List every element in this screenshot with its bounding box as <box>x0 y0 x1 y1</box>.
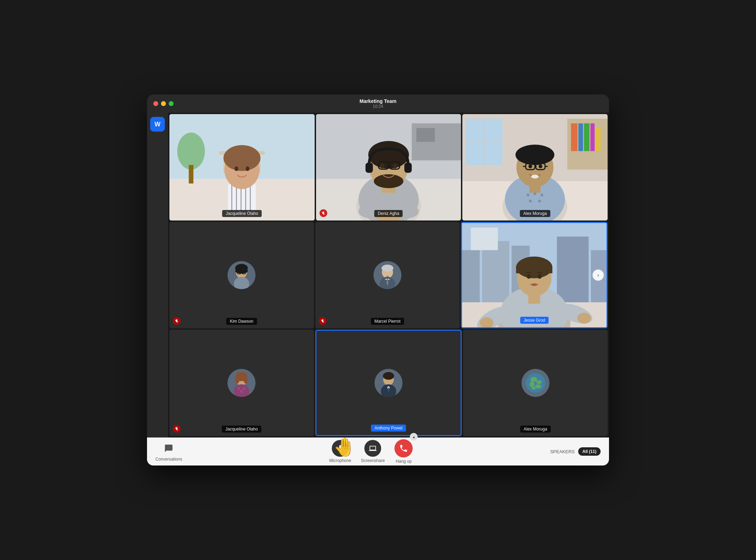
svg-rect-90 <box>482 241 510 304</box>
conversations-label: Conversations <box>155 457 182 462</box>
svg-rect-117 <box>243 387 246 390</box>
maximize-button[interactable] <box>169 101 174 106</box>
hangup-icon <box>394 439 413 457</box>
chat-icon <box>162 441 176 455</box>
svg-point-62 <box>516 145 554 165</box>
video-cell-deniz[interactable]: Deniz Agha <box>316 114 461 220</box>
scroll-up-button[interactable]: ▲ <box>410 433 418 441</box>
svg-point-58 <box>529 200 532 203</box>
svg-point-59 <box>538 200 541 203</box>
app-icon[interactable]: W <box>150 117 165 132</box>
svg-rect-40 <box>365 163 373 173</box>
mute-icon-jacqueline2 <box>173 425 181 433</box>
bottom-center-controls: ▲ Microphone 🤚 <box>329 439 413 464</box>
svg-point-15 <box>223 145 260 171</box>
participant-name-deniz: Deniz Agha <box>374 210 402 217</box>
svg-point-18 <box>234 172 239 175</box>
video-cell-anthony[interactable]: Anthony Powel <box>315 330 462 436</box>
video-cell-alex2[interactable]: Alex Moruga <box>463 330 608 436</box>
svg-point-81 <box>382 265 393 272</box>
mute-icon-marcel <box>319 317 327 325</box>
conversations-button[interactable]: Conversations <box>155 441 182 462</box>
participant-name-jesse: Jesse Grod <box>520 317 548 324</box>
avatar-marcel <box>373 261 401 289</box>
svg-rect-49 <box>584 123 590 151</box>
sidebar: W <box>147 113 168 438</box>
svg-rect-94 <box>471 227 498 250</box>
svg-rect-105 <box>516 266 553 273</box>
svg-rect-115 <box>237 387 240 390</box>
svg-point-17 <box>246 166 250 171</box>
video-cell-jesse[interactable]: › Jesse Grod <box>461 222 608 328</box>
microphone-button[interactable]: Microphone <box>329 440 351 463</box>
svg-point-128 <box>530 382 534 387</box>
svg-point-2 <box>177 133 205 170</box>
svg-rect-24 <box>416 128 435 142</box>
close-button[interactable] <box>153 101 158 106</box>
bottom-right: SPEAKERS All (11) <box>531 447 601 456</box>
mic-icon <box>332 440 349 457</box>
next-button[interactable]: › <box>593 270 604 281</box>
svg-rect-50 <box>590 123 595 151</box>
all-count[interactable]: All (11) <box>578 447 601 456</box>
svg-point-107 <box>538 274 542 279</box>
traffic-lights <box>153 101 174 106</box>
meeting-title: Marketing Team <box>359 98 397 104</box>
svg-point-70 <box>531 175 539 178</box>
mute-icon-deniz <box>320 209 327 217</box>
svg-point-16 <box>234 166 238 171</box>
bottom-left: Conversations <box>155 441 211 462</box>
video-cell-alex1[interactable]: Alex Moruga <box>462 114 608 220</box>
titlebar: Marketing Team 10:24 <box>147 94 609 113</box>
svg-rect-3 <box>189 165 193 183</box>
video-cell-jacqueline1[interactable]: Jacqueline Olaho <box>169 114 315 220</box>
video-grid: Jacqueline Olaho <box>168 113 609 438</box>
svg-point-106 <box>527 274 531 279</box>
svg-point-113 <box>244 377 248 384</box>
svg-point-120 <box>383 372 394 380</box>
avatar-jacqueline2 <box>227 369 255 397</box>
svg-point-112 <box>235 377 239 384</box>
participant-name-marcel: Marcel Pierrot <box>371 318 404 325</box>
svg-point-57 <box>541 194 544 196</box>
svg-rect-116 <box>240 390 243 393</box>
svg-point-55 <box>527 194 530 196</box>
svg-rect-48 <box>579 123 583 151</box>
app-window: Marketing Team 10:24 W <box>147 94 609 465</box>
video-cell-kim[interactable]: Kim Dawson <box>169 222 314 328</box>
svg-point-19 <box>245 172 250 175</box>
minimize-button[interactable] <box>161 101 166 106</box>
participant-name-anthony: Anthony Powel <box>371 425 406 432</box>
microphone-label: Microphone <box>329 458 351 463</box>
video-row-2: Kim Dawson <box>169 222 608 328</box>
video-cell-marcel[interactable]: Marcel Pierrot <box>315 222 460 328</box>
svg-rect-41 <box>404 163 412 173</box>
video-row-3: Jacqueline Olaho <box>169 330 608 436</box>
screenshare-label: Screenshare <box>361 458 385 463</box>
video-cell-jacqueline2[interactable]: Jacqueline Olaho <box>169 330 314 436</box>
screenshare-icon <box>364 440 381 457</box>
participant-name-alex2: Alex Moruga <box>520 426 551 433</box>
participant-name-kim: Kim Dawson <box>226 318 257 325</box>
participant-name-jacqueline2: Jacqueline Olaho <box>222 426 261 433</box>
svg-rect-89 <box>462 250 480 304</box>
main-area: W <box>147 113 609 438</box>
avatar-kim <box>227 261 255 289</box>
svg-point-108 <box>531 283 538 286</box>
meeting-time: 10:24 <box>359 104 397 109</box>
hangup-label: Hang up <box>396 459 412 464</box>
mute-icon-kim <box>173 317 181 325</box>
speakers-label: SPEAKERS <box>550 449 575 454</box>
svg-point-34 <box>374 174 404 188</box>
video-row-1: Jacqueline Olaho <box>169 114 608 220</box>
hangup-button-wrapper[interactable]: Hang up <box>394 439 413 464</box>
avatar-alex2 <box>522 369 550 397</box>
svg-point-36 <box>393 163 397 169</box>
svg-rect-51 <box>596 128 601 151</box>
svg-point-35 <box>380 163 384 169</box>
avatar-anthony <box>374 369 402 397</box>
svg-point-101 <box>578 313 591 324</box>
screenshare-button[interactable]: Screenshare <box>361 440 385 463</box>
svg-point-69 <box>539 164 542 168</box>
bottom-bar: Conversations ▲ Microphone <box>147 438 609 465</box>
